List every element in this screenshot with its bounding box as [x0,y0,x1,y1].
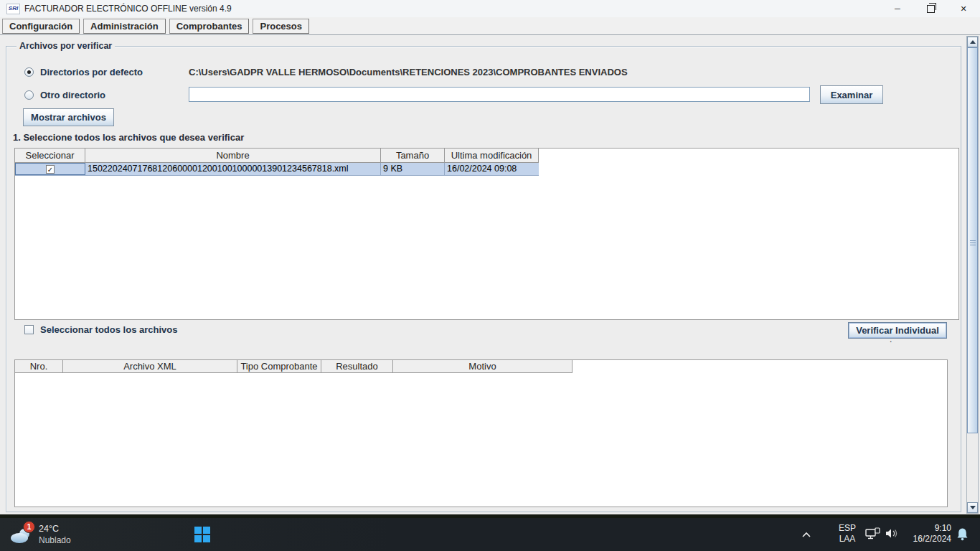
mostrar-archivos-button[interactable]: Mostrar archivos [23,108,114,126]
scrollbar-thumb[interactable] [967,47,978,433]
sri-app-icon: SRI [6,4,20,14]
clock[interactable]: 9:10 16/2/2024 [903,523,951,545]
menu-procesos[interactable]: Procesos [253,19,309,34]
menu-configuracion[interactable]: Configuración [2,19,80,34]
otro-directorio-input[interactable] [189,87,810,102]
menu-comprobantes[interactable]: Comprobantes [169,19,250,34]
col-nombre[interactable]: Nombre [85,149,381,163]
screen: SRI FACTURADOR ELECTRÓNICO OFFLINE versi… [0,0,980,551]
scroll-up-icon [970,40,976,44]
weather-condition: Nublado [39,535,71,546]
radio-directorios-por-defecto[interactable] [24,67,34,77]
default-directory-path: C:\Users\GADPR VALLE HERMOSO\Documents\R… [189,67,628,77]
results-table: Nro. Archivo XML Tipo Comprobante Result… [14,359,948,507]
language-line1: ESP [832,523,862,534]
network-button[interactable] [865,527,881,543]
language-indicator[interactable]: ESP LAA [832,523,862,545]
menu-bar: Configuración Administración Comprobante… [0,17,980,35]
radio-otro-label: Otro directorio [40,90,105,100]
restore-button[interactable] [914,0,947,17]
weather-widget[interactable]: 1 24°C Nublado [6,518,106,551]
minimize-icon: ─ [895,4,900,13]
col-ultima-modificacion[interactable]: Ultima modificación [445,149,539,163]
network-icon [865,527,881,540]
row-nombre: 1502202407176812060000120010010000013901… [85,163,381,175]
tray-date: 16/2/2024 [903,534,951,545]
restore-icon [927,5,935,13]
weather-badge: 1 [23,521,35,533]
examinar-button[interactable]: Examinar [820,85,883,104]
col-seleccionar[interactable]: Seleccionar [15,149,85,163]
step1-label: 1. Seleccione todos los archivos que des… [13,132,244,143]
col-motivo[interactable]: Motivo [393,360,573,373]
close-button[interactable]: ✕ [947,0,980,17]
taskbar: 1 24°C Nublado Búsqueda [0,518,980,551]
window-title: FACTURADOR ELECTRÓNICO OFFLINE versión 4… [24,4,232,14]
scroll-down-icon [970,506,976,509]
radio-otro-directorio[interactable] [24,90,34,100]
row-checkbox[interactable]: ✓ [46,165,55,174]
col-archivo-xml[interactable]: Archivo XML [63,360,237,373]
scroll-up-button[interactable] [967,37,978,47]
files-table-header: Seleccionar Nombre Tamaño Ultima modific… [15,149,958,163]
tray-chevron-button[interactable] [798,527,815,542]
chevron-up-icon [801,532,811,538]
row-modificacion: 16/02/2024 09:08 [445,163,539,175]
volume-button[interactable] [885,528,900,542]
verificar-individual-button[interactable]: Verificar Individual [848,322,947,339]
files-table: Seleccionar Nombre Tamaño Ultima modific… [14,148,959,320]
start-button[interactable] [194,526,211,543]
speaker-icon [885,528,900,539]
radio-selected-dot [27,70,31,74]
window-titlebar: SRI FACTURADOR ELECTRÓNICO OFFLINE versi… [0,0,980,18]
table-row[interactable]: ✓ 15022024071768120600001200100100000139… [15,163,539,176]
weather-temperature: 24°C [39,524,59,534]
group-title: Archivos por verificar [17,41,115,51]
select-all-label: Seleccionar todos los archivos [40,324,177,335]
sri-app-icon-text: SRI [9,6,18,11]
row-checkbox-cell[interactable]: ✓ [15,163,85,175]
results-table-header: Nro. Archivo XML Tipo Comprobante Result… [15,360,947,373]
radio-directorios-label: Directorios por defecto [40,67,143,77]
window-controls: ─ ✕ [881,0,980,17]
select-all-checkbox[interactable] [24,325,34,334]
col-tamano[interactable]: Tamaño [381,149,445,163]
minimize-button[interactable]: ─ [881,0,914,17]
row-tamano: 9 KB [381,163,445,175]
notifications-button[interactable] [956,527,969,545]
menu-administracion[interactable]: Administración [83,19,166,34]
scrollbar-grip [970,240,976,246]
scroll-down-button[interactable] [967,502,978,513]
col-tipo-comprobante[interactable]: Tipo Comprobante [237,360,321,373]
close-icon: ✕ [960,4,966,14]
bell-icon [956,527,969,542]
col-resultado[interactable]: Resultado [321,360,393,373]
tray-time: 9:10 [903,523,951,534]
col-nro[interactable]: Nro. [15,360,63,373]
language-line2: LAA [832,534,862,545]
stray-dot: . [890,334,892,344]
vertical-scrollbar[interactable] [966,36,979,514]
